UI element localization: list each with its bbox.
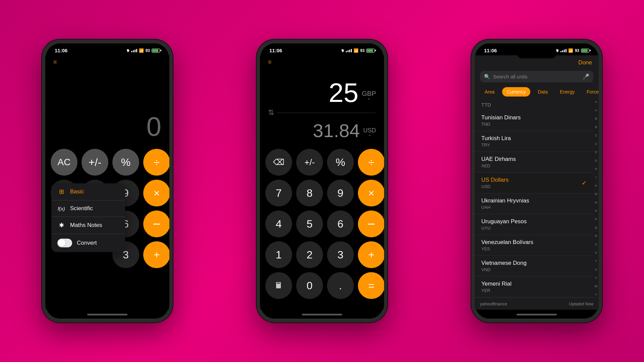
dynamic-island-2 (302, 47, 342, 58)
btn-eq[interactable]: = (358, 272, 385, 299)
primary-amount: 25 (329, 77, 359, 108)
updated-status: Updated Now (569, 302, 593, 306)
btn-c2[interactable]: 2 (296, 241, 323, 268)
tab-data[interactable]: Data (533, 87, 552, 97)
currency-item-usd[interactable]: US Dollars USD ✓ (475, 173, 593, 193)
btn-divide[interactable]: ÷ (143, 149, 170, 176)
primary-currency[interactable]: GBP (362, 90, 376, 98)
home-indicator-2 (260, 310, 384, 319)
btn-c7[interactable]: 7 (265, 180, 292, 206)
search-bar[interactable]: 🔍 Search all units 🎤 (480, 71, 593, 82)
btn-calc-icon[interactable]: 🖩 (265, 272, 292, 299)
signal-icon-3 (560, 49, 567, 52)
scientific-icon: f(x) (57, 206, 65, 212)
btn-plus-minus[interactable]: +/- (82, 149, 108, 176)
btn-ac[interactable]: AC (51, 149, 77, 176)
home-bar-2 (302, 314, 342, 315)
currency-item-yes[interactable]: Venezuelan Bolívars YES (475, 235, 593, 256)
maths-notes-icon: ✱ (57, 222, 65, 229)
currency-code-yer: YER (481, 288, 512, 293)
currency-item-uyu[interactable]: Uruguayan Pesos UYU (475, 214, 593, 235)
home-indicator-1 (45, 310, 169, 319)
currency-list-screen: Done 🔍 Search all units 🎤 Area Currency … (475, 55, 599, 310)
category-tabs: Area Currency Data Energy Force Fuel (475, 84, 599, 99)
btn-c6[interactable]: 6 (327, 210, 354, 237)
btn-mul[interactable]: × (358, 180, 385, 206)
currency-item-tnd[interactable]: Tunisian Dinars TND (475, 110, 593, 131)
currency-item-yer[interactable]: Yemeni Rial YER (475, 277, 593, 297)
currency-name-yer: Yemeni Rial (481, 281, 512, 287)
phone-basic-calculator: 11:06 🌙 ◉ 📶 93 ≡ 0 ⊞ Basic (42, 40, 173, 322)
currency-name-yes: Venezuelan Bolívars (481, 239, 533, 246)
currency-item-uah[interactable]: Ukrainian Hryvnias UAH (475, 193, 593, 214)
currency-item-vnd[interactable]: Vietnamese Dong VND (475, 256, 593, 277)
battery-text-2: 93 (360, 48, 365, 53)
btn-c9[interactable]: 9 (327, 180, 354, 206)
conv-row-2: 7 8 9 × (265, 180, 379, 206)
currency-name-vnd: Vietnamese Dong (481, 260, 527, 266)
btn-pct[interactable]: % (327, 149, 354, 176)
button-row-5: 0 . = (51, 272, 164, 299)
tab-energy[interactable]: Energy (555, 87, 579, 97)
checkmark-usd: ✓ (582, 179, 587, 187)
tab-currency[interactable]: Currency (502, 87, 531, 97)
convert-toggle[interactable] (57, 239, 72, 247)
currency-code-try: TRY (481, 142, 511, 147)
signal-icon-2 (346, 49, 352, 52)
currency-item-try[interactable]: Turkish Lira TRY (475, 131, 593, 152)
btn-c4[interactable]: 4 (265, 210, 292, 237)
currency-chevron-2: ⌃ (368, 134, 371, 139)
btn-c5[interactable]: 5 (296, 210, 323, 237)
btn-plus[interactable]: + (358, 241, 385, 268)
secondary-amount: 31.84 (313, 120, 360, 141)
search-input[interactable]: Search all units (493, 74, 580, 79)
btn-c0[interactable]: 0 (296, 272, 323, 299)
mode-scientific[interactable]: f(x) Scientific (51, 200, 125, 217)
secondary-currency[interactable]: USD (363, 127, 376, 134)
mic-icon[interactable]: 🎤 (583, 73, 589, 80)
conv-row-1: ⌫ +/- % ÷ (265, 149, 379, 176)
btn-sub[interactable]: − (358, 210, 385, 237)
calculator-screen: ≡ 0 ⊞ Basic f(x) Scientific ✱ Maths Note… (45, 55, 169, 310)
wifi-icon-3: 📶 (568, 48, 573, 53)
currency-code-vnd: VND (481, 267, 527, 272)
display-value: 0 (147, 111, 162, 142)
btn-backspace[interactable]: ⌫ (265, 149, 292, 176)
converter-screen: ≡ 25 GBP ⌃ ⇅ 31.84 USD ⌃ (260, 55, 384, 310)
search-icon: 🔍 (484, 74, 490, 80)
home-bar-3 (517, 314, 557, 315)
currency-name-uah: Ukrainian Hryvnias (481, 197, 529, 204)
converter-buttons: ⌫ +/- % ÷ 7 8 9 × 4 5 6 − 1 2 3 + (260, 147, 384, 310)
home-indicator-3 (475, 310, 599, 319)
convert-toggle-row: Convert (51, 234, 125, 252)
status-time-3: 11:06 (484, 48, 497, 53)
basic-label: Basic (70, 188, 84, 195)
swap-icon[interactable]: ⇅ (268, 108, 274, 117)
mode-basic[interactable]: ⊞ Basic (51, 183, 125, 200)
btn-add[interactable]: + (143, 241, 170, 268)
btn-subtract[interactable]: − (143, 210, 170, 237)
currency-item-aed[interactable]: UAE Dirhams AED (475, 152, 593, 173)
btn-c1[interactable]: 1 (265, 241, 292, 268)
currency-name-usd: US Dollars (481, 177, 508, 183)
done-button[interactable]: Done (578, 59, 592, 66)
alpha-index: A A B B C C E G H I K M N O P Q R S S T (593, 99, 599, 298)
btn-c8[interactable]: 8 (296, 180, 323, 206)
btn-percent[interactable]: % (112, 149, 139, 176)
scientific-label: Scientific (70, 205, 93, 212)
signal-icon (131, 49, 137, 52)
btn-div[interactable]: ÷ (358, 149, 385, 176)
tab-force[interactable]: Force (582, 87, 599, 97)
tab-area[interactable]: Area (480, 87, 499, 97)
phone-converter-calculator: 11:06 🌙 ◉ 📶 93 ≡ 25 GBP ⌃ (257, 40, 387, 322)
btn-pm[interactable]: +/- (296, 149, 323, 176)
mode-maths-notes[interactable]: ✱ Maths Notes (51, 217, 125, 234)
currency-code-uah: UAH (481, 205, 529, 210)
battery-icon-1 (152, 49, 160, 53)
btn-dot[interactable]: . (327, 272, 354, 299)
btn-multiply[interactable]: × (143, 180, 170, 206)
btn-c3[interactable]: 3 (327, 241, 354, 268)
dynamic-island (87, 47, 127, 58)
currency-name-try: Turkish Lira (481, 135, 511, 142)
currency-code-tnd: TND (481, 122, 521, 127)
